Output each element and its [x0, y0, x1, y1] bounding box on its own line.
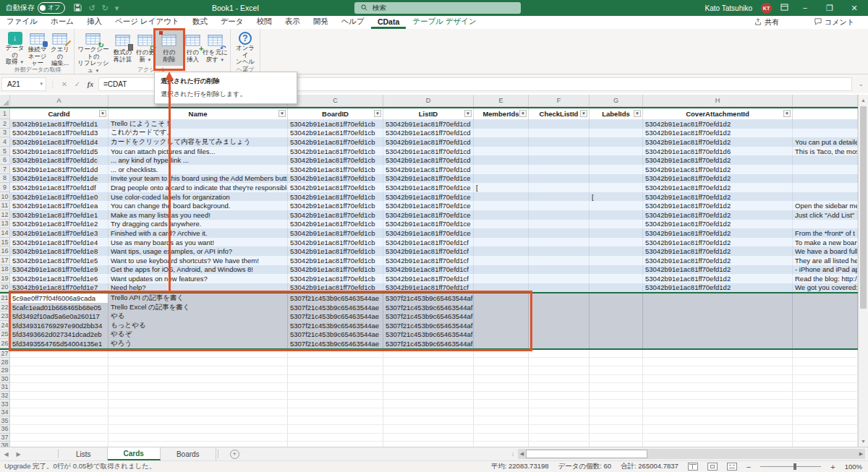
cell[interactable] — [643, 383, 793, 392]
sheet-nav-prev-icon[interactable]: ◀ — [0, 447, 12, 460]
cell[interactable] — [590, 183, 643, 192]
cell[interactable] — [288, 434, 383, 442]
cell[interactable] — [590, 246, 643, 256]
cell[interactable] — [529, 400, 590, 408]
cell[interactable] — [288, 350, 383, 359]
cell[interactable] — [793, 350, 858, 359]
cell[interactable] — [529, 246, 590, 256]
cell[interactable] — [529, 174, 590, 184]
cell[interactable] — [474, 246, 529, 256]
table-header-checklistid[interactable]: CheckListId▼ — [529, 108, 590, 119]
cell[interactable]: 53042b91e1ac81ff70efd1ce — [383, 220, 474, 229]
cell[interactable] — [590, 383, 643, 392]
cell[interactable] — [288, 425, 383, 434]
row-header-27[interactable]: 27 — [0, 350, 10, 359]
cell[interactable]: 53042b91e1ac81ff70efd1d2 — [643, 265, 793, 275]
cell[interactable] — [590, 339, 643, 348]
cell[interactable] — [590, 256, 643, 265]
cell[interactable] — [474, 392, 529, 400]
cell[interactable] — [474, 312, 529, 321]
table-header-name[interactable]: Name▼ — [109, 108, 288, 119]
search-input[interactable]: 検索 — [354, 2, 521, 14]
cell[interactable]: 5307f21c453b9c65463544af — [383, 303, 474, 312]
zoom-level[interactable]: 100% — [845, 463, 862, 471]
cell[interactable] — [288, 375, 383, 384]
cell[interactable] — [590, 442, 643, 447]
page-layout-view-icon[interactable] — [707, 463, 718, 471]
cell[interactable] — [643, 434, 793, 442]
cell[interactable] — [474, 174, 529, 184]
cell[interactable]: 5307f21c453b9c65463544af — [383, 330, 474, 340]
cell[interactable] — [474, 228, 529, 238]
edit-query-button[interactable]: クエリの編集... — [48, 30, 72, 66]
cell[interactable] — [793, 408, 858, 417]
cell[interactable] — [793, 192, 858, 202]
cell[interactable]: 53042b91e1ac81ff70efd1cb — [288, 192, 383, 202]
cell[interactable] — [109, 434, 288, 442]
cell[interactable] — [474, 303, 529, 312]
cell[interactable] — [793, 442, 858, 447]
cell[interactable] — [474, 383, 529, 392]
cell[interactable]: 53042b91e1ac81ff70efd1ce — [383, 174, 474, 184]
cell[interactable]: 53042b91e1ac81ff70efd1d4 — [10, 137, 109, 147]
insert-rows-button[interactable]: +行の挿入 — [183, 30, 203, 66]
cell[interactable] — [529, 293, 590, 303]
cell[interactable] — [590, 425, 643, 434]
cell[interactable]: Want updates on new features? — [109, 274, 288, 283]
cell[interactable] — [474, 339, 529, 348]
expand-formula-bar-icon[interactable]: ⌄ — [855, 80, 867, 87]
cell[interactable]: 53042b91e1ac81ff70efd1e2 — [10, 220, 109, 229]
customize-qat-icon[interactable]: ▾ — [115, 4, 119, 13]
filter-dropdown-icon[interactable]: ▼ — [464, 110, 472, 117]
cell[interactable]: Try dragging cards anywhere. — [109, 220, 288, 229]
cell[interactable]: 5fd349316769297e90d2bb34 — [10, 321, 109, 330]
cell[interactable]: 53042b91e1ac81ff70efd1cb — [288, 274, 383, 283]
cell[interactable]: 5fd3492f10ad5a6e0a260117 — [10, 312, 109, 321]
cell[interactable]: To make a new boar — [793, 238, 858, 247]
tab-page-layout[interactable]: ページ レイアウト — [109, 16, 186, 29]
cell[interactable]: 53042b91e1ac81ff70efd1cd — [383, 147, 474, 156]
row-header-38[interactable]: 38 — [0, 442, 10, 447]
cell[interactable]: 5307f21c453b9c65463544af — [383, 321, 474, 330]
cell[interactable]: 53042b91e1ac81ff70efd1cd — [383, 137, 474, 147]
sheet-tab-lists[interactable]: Lists — [60, 447, 108, 460]
cell[interactable]: 53042b91e1ac81ff70efd1cf — [383, 238, 474, 247]
cell[interactable] — [383, 434, 474, 442]
cell[interactable] — [529, 339, 590, 348]
tab-home[interactable]: ホーム — [44, 16, 80, 29]
cell[interactable] — [590, 321, 643, 330]
cell[interactable]: 53042b91e1ac81ff70efd1cb — [288, 220, 383, 229]
cell[interactable] — [529, 425, 590, 434]
cell[interactable] — [590, 416, 643, 425]
cell[interactable]: Use as many boards as you want! — [109, 238, 288, 247]
cell[interactable] — [383, 442, 474, 447]
cell[interactable] — [10, 366, 109, 375]
cell[interactable] — [474, 220, 529, 229]
autosave-toggle[interactable]: 自動保存 オフ — [6, 2, 65, 14]
row-header-34[interactable]: 34 — [0, 408, 10, 417]
row-header-36[interactable]: 36 — [0, 425, 10, 434]
cell[interactable]: ... any kind of hyperlink ... — [109, 155, 288, 165]
row-header-24[interactable]: 24 — [0, 321, 10, 330]
cell[interactable] — [474, 165, 529, 174]
undo-icon[interactable]: ↺ — [88, 4, 95, 13]
cell[interactable] — [474, 416, 529, 425]
row-header-8[interactable]: 8 — [0, 174, 10, 184]
cell[interactable] — [793, 155, 858, 165]
cell[interactable]: From the *front* of t — [793, 228, 858, 238]
row-header-33[interactable]: 33 — [0, 400, 10, 408]
row-header-19[interactable]: 19 — [0, 274, 10, 283]
cancel-formula-icon[interactable]: ✕ — [59, 80, 69, 88]
cell[interactable] — [474, 425, 529, 434]
cell[interactable] — [10, 425, 109, 434]
cell[interactable]: 53042b91e1ac81ff70efd1cb — [288, 137, 383, 147]
cell[interactable]: 53042b91e1ac81ff70efd1ea — [10, 201, 109, 210]
filter-dropdown-icon[interactable]: ▼ — [634, 110, 641, 117]
cell[interactable]: We got you covered: — [793, 283, 858, 293]
cell[interactable] — [590, 220, 643, 229]
cell[interactable]: This is Taco, the mos — [793, 147, 858, 156]
cell[interactable] — [529, 155, 590, 165]
cell[interactable] — [793, 119, 858, 129]
recalculate-formulas-button[interactable]: 数式の再計算 — [110, 30, 135, 66]
cell[interactable] — [529, 165, 590, 174]
